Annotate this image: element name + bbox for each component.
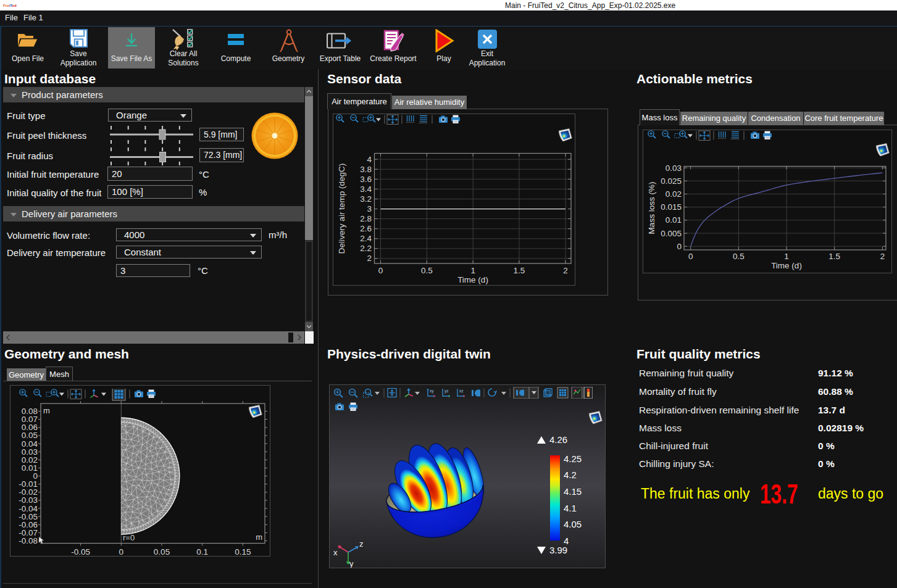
svg-text:2.4: 2.4 — [360, 234, 372, 243]
svg-text:Delivery air temp (degC): Delivery air temp (degC) — [337, 164, 346, 254]
svg-text:1.5: 1.5 — [828, 252, 840, 261]
svg-text:y: y — [349, 559, 354, 568]
svg-text:x: x — [333, 548, 338, 557]
svg-text:1.5: 1.5 — [514, 266, 525, 275]
svg-text:2.8: 2.8 — [360, 214, 372, 223]
svg-text:-0.05: -0.05 — [71, 547, 90, 557]
svg-text:0.05: 0.05 — [154, 547, 170, 557]
svg-text:0: 0 — [688, 252, 693, 261]
svg-text:2.6: 2.6 — [360, 224, 372, 233]
svg-text:0.5: 0.5 — [733, 252, 745, 261]
svg-text:2: 2 — [563, 266, 568, 275]
svg-text:0: 0 — [378, 266, 383, 275]
svg-text:z: z — [359, 539, 364, 549]
svg-text:Time (d): Time (d) — [771, 261, 802, 270]
svg-text:0.005: 0.005 — [661, 229, 682, 238]
svg-text:yz: yz — [444, 389, 449, 394]
svg-text:FruiTed: FruiTed — [3, 4, 17, 7]
svg-text:3.2: 3.2 — [360, 194, 372, 204]
svg-text:0.02: 0.02 — [665, 189, 682, 199]
svg-text:xz: xz — [459, 389, 464, 393]
svg-text:Time (d): Time (d) — [457, 275, 488, 284]
svg-text:m: m — [256, 532, 262, 542]
svg-text:-0.08: -0.08 — [19, 536, 38, 545]
svg-text:0.5: 0.5 — [421, 266, 433, 275]
svg-text:r=0: r=0 — [123, 533, 135, 542]
svg-text:0: 0 — [119, 547, 124, 557]
svg-text:3: 3 — [367, 204, 372, 213]
svg-text:1: 1 — [784, 252, 789, 261]
svg-text:2: 2 — [880, 252, 885, 261]
svg-text:1: 1 — [470, 266, 475, 275]
svg-text:2: 2 — [367, 254, 372, 263]
svg-text:2.2: 2.2 — [360, 244, 372, 253]
svg-text:m: m — [43, 406, 50, 415]
svg-text:4: 4 — [367, 155, 372, 164]
svg-text:0: 0 — [677, 242, 682, 251]
svg-text:3.4: 3.4 — [360, 184, 372, 194]
svg-text:0.025: 0.025 — [661, 176, 682, 186]
svg-text:0.015: 0.015 — [661, 202, 682, 212]
svg-text:0.15: 0.15 — [235, 547, 251, 557]
svg-text:0.1: 0.1 — [196, 547, 208, 557]
svg-text:Mass loss (%): Mass loss (%) — [647, 182, 656, 234]
svg-text:3.8: 3.8 — [360, 165, 372, 174]
svg-text:0.03: 0.03 — [665, 164, 682, 173]
svg-text:xy: xy — [430, 389, 434, 394]
svg-text:0.01: 0.01 — [665, 215, 682, 225]
svg-text:3.6: 3.6 — [360, 175, 372, 184]
